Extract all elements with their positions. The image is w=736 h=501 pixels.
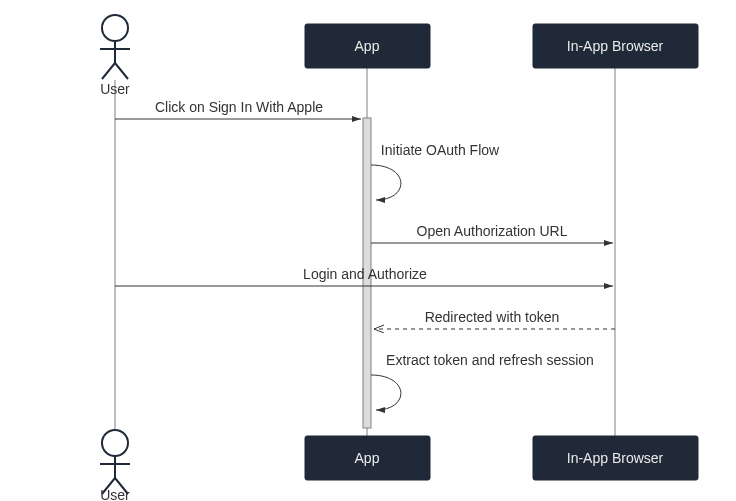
msg-2-label: Initiate OAuth Flow — [381, 142, 500, 158]
participant-app-bottom-label: App — [355, 450, 380, 466]
participant-browser-bottom: In-App Browser — [533, 436, 698, 480]
sequence-diagram: User App In-App Browser Click on Sign In… — [0, 0, 736, 501]
participant-browser-top-label: In-App Browser — [567, 38, 664, 54]
msg-1-label: Click on Sign In With Apple — [155, 99, 323, 115]
actor-user-bottom-label: User — [100, 487, 130, 501]
participant-browser-top: In-App Browser — [533, 24, 698, 68]
svg-point-0 — [102, 15, 128, 41]
participant-app-top: App — [305, 24, 430, 68]
actor-user-bottom: User — [100, 430, 130, 501]
msg-3-label: Open Authorization URL — [417, 223, 568, 239]
msg-6-label: Extract token and refresh session — [386, 352, 594, 368]
msg-6-arrow — [371, 375, 401, 410]
participant-browser-bottom-label: In-App Browser — [567, 450, 664, 466]
actor-user-top: User — [100, 15, 130, 97]
msg-5-label: Redirected with token — [425, 309, 560, 325]
participant-app-top-label: App — [355, 38, 380, 54]
svg-line-4 — [115, 63, 128, 79]
msg-4-label: Login and Authorize — [303, 266, 427, 282]
msg-2-arrow — [371, 165, 401, 200]
svg-line-3 — [102, 63, 115, 79]
participant-app-bottom: App — [305, 436, 430, 480]
svg-point-7 — [102, 430, 128, 456]
actor-user-top-label: User — [100, 81, 130, 97]
